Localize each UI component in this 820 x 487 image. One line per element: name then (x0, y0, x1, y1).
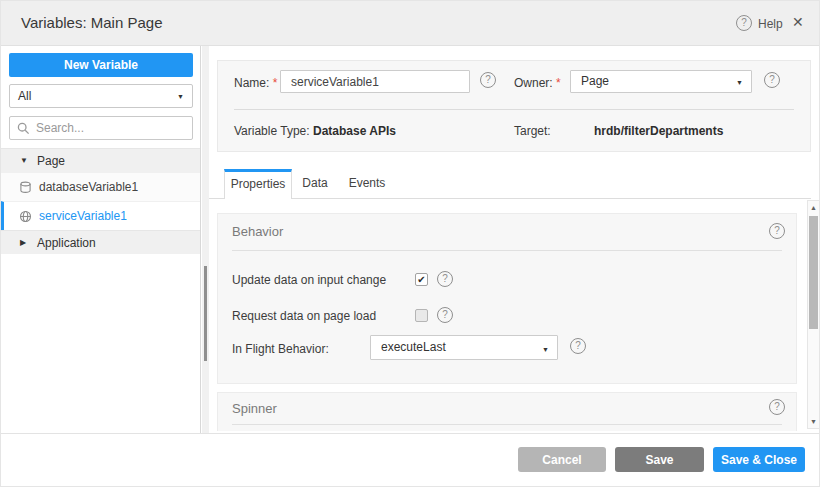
scroll-down-icon[interactable]: ▼ (808, 418, 819, 425)
tree-item-service-variable[interactable]: serviceVariable1 (1, 201, 200, 230)
editor-tabbar: Properties Data Events (209, 169, 811, 199)
sidebar-scrollbar-thumb[interactable] (204, 266, 207, 361)
variable-search (9, 116, 193, 140)
in-flight-behavior-label: In Flight Behavior: (232, 342, 329, 356)
spinner-section: Spinner ? (217, 392, 797, 431)
search-input[interactable] (36, 118, 186, 138)
chevron-down-icon: ▼ (177, 86, 184, 108)
in-flight-behavior-select[interactable]: executeLast ▼ (370, 335, 558, 360)
tree-item-label: databaseVariable1 (39, 173, 138, 202)
update-on-input-label: Update data on input change (232, 273, 386, 287)
required-asterisk: * (556, 76, 561, 90)
save-button[interactable]: Save (615, 447, 704, 472)
section-title: Behavior (232, 224, 283, 239)
variable-summary-panel: Name: * ? Owner: * Page ▼ ? Variable Typ… (217, 60, 811, 152)
in-flight-behavior-value: executeLast (381, 340, 446, 354)
behavior-help-icon[interactable]: ? (769, 223, 785, 239)
update-on-input-checkbox[interactable]: ✔ (415, 273, 428, 286)
required-asterisk: * (273, 76, 278, 90)
request-on-load-label: Request data on page load (232, 309, 376, 323)
divider (232, 250, 782, 251)
owner-value: Page (581, 74, 609, 88)
chevron-down-icon: ▼ (542, 338, 549, 361)
tree-group-page[interactable]: ▼ Page (1, 148, 200, 172)
update-on-input-help-icon[interactable]: ? (437, 271, 453, 287)
variables-dialog: Variables: Main Page ? Help ✕ New Variab… (0, 0, 820, 487)
divider (234, 109, 794, 110)
tab-events[interactable]: Events (338, 169, 396, 198)
check-icon: ✔ (417, 274, 425, 285)
globe-icon (19, 210, 32, 223)
variables-sidebar: New Variable All ▼ ▼ Page databaseVa (1, 46, 201, 433)
save-and-close-button[interactable]: Save & Close (713, 447, 805, 472)
content-scrollbar[interactable]: ▲ ▼ (807, 200, 820, 429)
help-link[interactable]: Help (758, 17, 783, 31)
cancel-button[interactable]: Cancel (518, 447, 606, 472)
owner-select[interactable]: Page ▼ (570, 70, 752, 93)
name-help-icon[interactable]: ? (480, 72, 496, 88)
chevron-down-icon[interactable]: ▼ (20, 149, 28, 173)
tree-group-application[interactable]: ▶ Application (1, 230, 200, 254)
target-value: hrdb/filterDepartments (594, 124, 723, 138)
tab-data[interactable]: Data (292, 169, 338, 198)
variable-filter-value: All (18, 89, 31, 103)
database-variable-icon (19, 181, 32, 194)
help-icon[interactable]: ? (736, 15, 752, 31)
tab-properties[interactable]: Properties (224, 169, 292, 199)
target-label: Target: (514, 124, 551, 138)
variable-filter-select[interactable]: All ▼ (9, 84, 193, 108)
variables-tree: ▼ Page databaseVariable1 serviceVariable… (1, 148, 200, 254)
name-label: Name: * (234, 76, 277, 90)
owner-label: Owner: * (514, 76, 561, 90)
dialog-header: Variables: Main Page ? Help ✕ (1, 1, 820, 46)
variable-type-value: Database APIs (313, 124, 396, 138)
content-scrollbar-thumb[interactable] (809, 216, 818, 329)
divider (232, 424, 782, 425)
section-title: Spinner (232, 401, 277, 416)
dialog-footer: Cancel Save Save & Close (1, 433, 820, 487)
request-on-load-checkbox[interactable] (415, 309, 428, 322)
owner-help-icon[interactable]: ? (764, 72, 780, 88)
new-variable-button[interactable]: New Variable (9, 53, 193, 77)
tree-item-label: serviceVariable1 (39, 202, 127, 231)
search-icon (17, 122, 30, 135)
chevron-down-icon: ▼ (736, 72, 743, 93)
tree-item-database-variable[interactable]: databaseVariable1 (1, 172, 200, 201)
chevron-right-icon[interactable]: ▶ (20, 231, 26, 255)
sidebar-scrollbar[interactable] (202, 46, 209, 433)
variable-type-label: Variable Type: (234, 124, 310, 138)
tree-group-label: Application (37, 231, 96, 255)
request-on-load-help-icon[interactable]: ? (437, 307, 453, 323)
close-icon[interactable]: ✕ (792, 14, 804, 30)
in-flight-behavior-help-icon[interactable]: ? (570, 338, 586, 354)
properties-tab-content: Behavior ? Update data on input change ✔… (209, 199, 820, 431)
name-field[interactable] (280, 70, 470, 93)
dialog-title: Variables: Main Page (21, 1, 162, 45)
tree-group-label: Page (37, 149, 65, 173)
spinner-help-icon[interactable]: ? (769, 399, 785, 415)
scroll-up-icon[interactable]: ▲ (808, 204, 819, 211)
variable-editor: Name: * ? Owner: * Page ▼ ? Variable Typ… (209, 46, 820, 433)
behavior-section: Behavior ? Update data on input change ✔… (217, 213, 797, 384)
